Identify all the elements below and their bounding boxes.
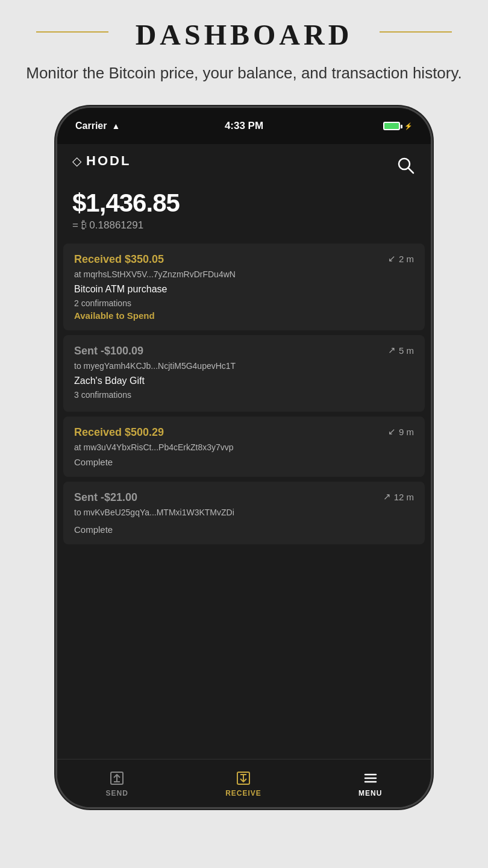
tx-receive-icon-2: ↙ [388,426,396,437]
nav-receive[interactable]: RECEIVE [225,770,261,797]
carrier-label: Carrier [75,121,107,131]
tx-time-value-0: 2 m [399,254,414,264]
tx-time-value-3: 12 m [394,492,414,502]
transaction-card-3[interactable]: Sent -$21.00 ↗ 12 m to mvKvBeU25gqYa...M… [63,482,425,544]
transactions-list: Received $350.05 ↙ 2 m at mqrhsLStHXV5V.… [57,244,431,759]
tx-header-2: Received $500.29 ↙ 9 m [74,426,414,439]
nav-menu[interactable]: MENU [358,770,382,797]
tx-receive-icon-0: ↙ [388,253,396,264]
hodl-logo: ◇ HODL [72,153,131,169]
menu-icon [362,770,379,787]
tx-amount-3: Sent -$21.00 [74,491,137,504]
tx-header-3: Sent -$21.00 ↗ 12 m [74,491,414,504]
balance-btc: = ₿ 0.18861291 [72,219,416,231]
tx-time-0: ↙ 2 m [388,253,414,264]
phone-mockup: Carrier ▲ 4:33 PM ⚡ ◇ HODL [0,108,488,807]
tx-time-3: ↗ 12 m [383,491,414,502]
battery-area: ⚡ [383,122,413,130]
tx-header-0: Received $350.05 ↙ 2 m [74,253,414,266]
transaction-card-2[interactable]: Received $500.29 ↙ 9 m at mw3uV4YbxRisCt… [63,417,425,477]
transaction-card-1[interactable]: Sent -$100.09 ↗ 5 m to myegYamh4KCJb...N… [63,335,425,412]
tx-confirmations-0: 2 confirmations [74,298,414,308]
send-icon [108,770,125,787]
tx-time-value-2: 9 m [399,427,414,437]
tx-amount-2: Received $500.29 [74,426,164,439]
tx-time-value-1: 5 m [399,345,414,356]
hodl-logo-text: HODL [86,153,131,169]
page-header: DASHBOARD Monitor the Bitcoin price, you… [0,0,488,96]
hodl-logo-icon: ◇ [72,154,81,168]
tx-confirmations-1: 3 confirmations [74,390,414,400]
tx-label-0: Bitcoin ATM purchase [74,284,414,295]
tx-header-1: Sent -$100.09 ↗ 5 m [74,345,414,357]
nav-send[interactable]: SEND [106,770,128,797]
carrier-info: Carrier ▲ [75,121,120,131]
battery-icon [383,122,400,130]
charging-icon: ⚡ [404,122,413,130]
tx-time-2: ↙ 9 m [388,426,414,437]
tx-address-1: to myegYamh4KCJb...NcjtiM5G4upevHc1T [74,361,414,371]
tx-address-0: at mqrhsLStHXV5V...7yZnzmRvDrFDu4wN [74,269,414,279]
app-content: ◇ HODL $1,436.85 = ₿ 0.18861291 [57,144,431,759]
page-subtitle: Monitor the Bitcoin price, your balance,… [12,62,476,84]
nav-receive-label: RECEIVE [225,789,261,797]
tx-amount-1: Sent -$100.09 [74,345,143,357]
svg-line-1 [408,168,414,174]
phone-body: Carrier ▲ 4:33 PM ⚡ ◇ HODL [57,108,431,807]
transaction-card-0[interactable]: Received $350.05 ↙ 2 m at mqrhsLStHXV5V.… [63,244,425,330]
nav-send-label: SEND [106,789,128,797]
tx-status-0: Available to Spend [74,310,414,321]
tx-address-3: to mvKvBeU25gqYa...MTMxi1W3KTMvZDi [74,508,414,517]
tx-time-1: ↗ 5 m [388,345,414,356]
app-header: ◇ HODL [57,144,431,186]
nav-menu-label: MENU [358,789,382,797]
balance-section: $1,436.85 = ₿ 0.18861291 [57,186,431,244]
wifi-icon: ▲ [111,121,120,131]
status-bar: Carrier ▲ 4:33 PM ⚡ [57,108,431,144]
tx-status-2: Complete [74,457,414,467]
balance-usd: $1,436.85 [72,189,416,218]
bottom-nav: SEND RECEIVE MENU [57,759,431,807]
tx-label-1: Zach's Bday Gift [74,376,414,386]
tx-send-icon-1: ↗ [388,345,396,356]
tx-send-icon-3: ↗ [383,491,391,502]
time-display: 4:33 PM [225,120,263,132]
tx-address-2: at mw3uV4YbxRisCt...Pb4cErkZt8x3y7vvp [74,442,414,452]
tx-status-3: Complete [74,524,414,535]
search-button[interactable] [396,156,416,180]
page-title: DASHBOARD [12,18,476,51]
receive-icon [235,770,252,787]
tx-amount-0: Received $350.05 [74,253,164,266]
